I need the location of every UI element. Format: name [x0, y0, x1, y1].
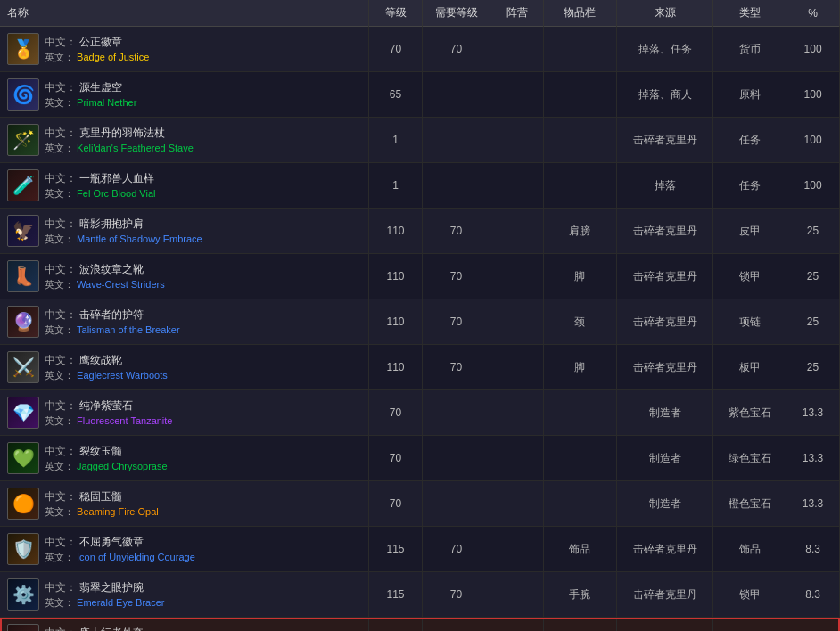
table-row[interactable]: 🏅 中文： 公正徽章 英文： Badge of Justice 70 70 掉落…: [0, 27, 840, 72]
item-cn-name: 中文： 废土行者外套: [45, 626, 159, 632]
item-en-name: 英文： Talisman of the Breaker: [45, 324, 180, 337]
item-pct: 25: [786, 345, 840, 390]
en-label: 英文：: [45, 552, 74, 562]
item-name-cell: 🟠 中文： 稳固玉髓 英文： Beaming Fire Opal: [0, 481, 369, 527]
item-icon-glyph: 🔮: [12, 311, 35, 332]
cn-label: 中文：: [45, 399, 77, 412]
item-name-cell: 🏅 中文： 公正徽章 英文： Badge of Justice: [0, 27, 369, 72]
item-slot: [544, 481, 617, 527]
item-slot: [544, 27, 617, 72]
item-slot: 颈: [544, 299, 617, 345]
cn-name-text: 翡翠之眼护腕: [79, 581, 144, 594]
table-row[interactable]: 🪄 中文： 克里丹的羽饰法杖 英文： Keli'dan's Feathered …: [0, 118, 840, 163]
item-type: 板甲: [713, 345, 786, 390]
en-name-text: Fel Orc Blood Vial: [77, 188, 155, 199]
item-source: 击碎者克里丹: [616, 254, 713, 299]
cn-label: 中文：: [45, 627, 77, 632]
item-icon-glyph: 👢: [12, 266, 35, 287]
en-name-text: Primal Nether: [77, 97, 136, 108]
en-name-text: Badge of Justice: [77, 52, 149, 62]
item-source: 掉落、商人: [616, 72, 713, 118]
en-label: 英文：: [45, 415, 74, 426]
table-row[interactable]: 🌀 中文： 源生虚空 英文： Primal Nether 65 掉落、商人 原料: [0, 72, 840, 118]
item-level: 70: [369, 27, 423, 72]
item-cn-name: 中文： 源生虚空: [45, 80, 136, 95]
item-name-cell: 🌀 中文： 源生虚空 英文： Primal Nether: [0, 72, 369, 118]
table-row[interactable]: ⚔️ 中文： 鹰纹战靴 英文： Eaglecrest Warboots 110 …: [0, 345, 840, 390]
en-name-text: Icon of Unyielding Courage: [77, 552, 195, 562]
cn-name-text: 不屈勇气徽章: [79, 536, 144, 548]
col-header-type: 类型: [713, 0, 786, 27]
item-source: 制造者: [616, 390, 713, 436]
en-label: 英文：: [45, 279, 74, 290]
item-icon: 🌀: [7, 78, 39, 111]
cn-name-text: 源生虚空: [79, 81, 122, 94]
item-cn-name: 中文： 纯净紫萤石: [45, 398, 172, 414]
main-table-container: 名称 等级 需要等级 阵营 物品栏 来源 类型 % 🏅 中文： 公正徽章: [0, 0, 840, 631]
table-row[interactable]: 🔮 中文： 击碎者的护符 英文： Talisman of the Breaker…: [0, 299, 840, 345]
table-row[interactable]: ⚙️ 中文： 翡翠之眼护腕 英文： Emerald Eye Bracer 115…: [0, 572, 840, 618]
item-level: 110: [369, 209, 423, 254]
item-name-cell: 💎 中文： 纯净紫萤石 英文： Fluorescent Tanzanite: [0, 390, 369, 436]
en-name-text: Keli'dan's Feathered Stave: [77, 143, 194, 153]
item-slot: 脚: [544, 254, 617, 299]
item-icon: ⚔️: [7, 351, 39, 383]
item-raid: [490, 436, 544, 481]
item-pct: 8.3: [786, 572, 840, 618]
item-pct: 25: [786, 209, 840, 254]
col-header-raid: 阵营: [490, 0, 544, 27]
item-cn-name: 中文： 克里丹的羽饰法杖: [45, 126, 194, 141]
item-cn-name: 中文： 鹰纹战靴: [45, 353, 168, 368]
item-type: 锁甲: [713, 254, 786, 299]
cn-label: 中文：: [45, 354, 77, 366]
item-type: 任务: [713, 163, 786, 209]
item-source: 制造者: [616, 436, 713, 481]
table-row[interactable]: 👕 中文： 废土行者外套 英文： Wastewalker Tunic 115 7…: [0, 618, 840, 632]
item-cn-name: 中文： 一瓶邪兽人血样: [45, 171, 156, 186]
col-header-req-level: 需要等级: [422, 0, 490, 27]
item-en-name: 英文： Eaglecrest Warboots: [45, 369, 168, 382]
item-icon-glyph: 💎: [12, 402, 35, 423]
item-source: 击碎者克里丹: [616, 209, 713, 254]
item-en-name: 英文： Jagged Chrysoprase: [45, 460, 168, 473]
table-row[interactable]: 💎 中文： 纯净紫萤石 英文： Fluorescent Tanzanite 70…: [0, 390, 840, 436]
item-text-block: 中文： 纯净紫萤石 英文： Fluorescent Tanzanite: [45, 398, 172, 428]
item-name-cell: 👕 中文： 废土行者外套 英文： Wastewalker Tunic: [0, 618, 369, 632]
table-row[interactable]: 👢 中文： 波浪纹章之靴 英文： Wave-Crest Striders 110…: [0, 254, 840, 299]
item-name-cell: 💚 中文： 裂纹玉髓 英文： Jagged Chrysoprase: [0, 436, 369, 481]
item-name-cell: 👢 中文： 波浪纹章之靴 英文： Wave-Crest Striders: [0, 254, 369, 299]
en-name-text: Talisman of the Breaker: [77, 324, 180, 335]
table-row[interactable]: 💚 中文： 裂纹玉髓 英文： Jagged Chrysoprase 70 制造者: [0, 436, 840, 481]
item-cn-name: 中文： 击碎者的护符: [45, 307, 180, 323]
item-pct: 100: [786, 72, 840, 118]
table-row[interactable]: 🛡️ 中文： 不屈勇气徽章 英文： Icon of Unyielding Cou…: [0, 527, 840, 572]
item-type: 饰品: [713, 527, 786, 572]
item-level: 1: [369, 163, 423, 209]
item-name-cell: 🛡️ 中文： 不屈勇气徽章 英文： Icon of Unyielding Cou…: [0, 527, 369, 572]
item-slot: 胸: [544, 618, 617, 632]
cn-label: 中文：: [45, 490, 77, 503]
item-name-cell: 🦅 中文： 暗影拥抱护肩 英文： Mantle of Shadowy Embra…: [0, 209, 369, 254]
en-label: 英文：: [45, 97, 74, 108]
item-text-block: 中文： 暗影拥抱护肩 英文： Mantle of Shadowy Embrace: [45, 217, 202, 246]
item-text-block: 中文： 克里丹的羽饰法杖 英文： Keli'dan's Feathered St…: [45, 126, 194, 155]
en-label: 英文：: [45, 143, 74, 153]
table-row[interactable]: 🦅 中文： 暗影拥抱护肩 英文： Mantle of Shadowy Embra…: [0, 209, 840, 254]
cn-name-text: 击碎者的护符: [79, 308, 144, 321]
table-row[interactable]: 🟠 中文： 稳固玉髓 英文： Beaming Fire Opal 70 制造者 …: [0, 481, 840, 527]
cn-label: 中文：: [45, 172, 77, 184]
item-source: 击碎者克里丹: [616, 299, 713, 345]
item-slot: [544, 118, 617, 163]
item-req-level: 70: [422, 345, 490, 390]
cn-name-text: 克里丹的羽饰法杖: [79, 127, 165, 139]
item-pct: 25: [786, 299, 840, 345]
table-row[interactable]: 🧪 中文： 一瓶邪兽人血样 英文： Fel Orc Blood Vial 1 掉…: [0, 163, 840, 209]
item-text-block: 中文： 鹰纹战靴 英文： Eaglecrest Warboots: [45, 353, 168, 382]
item-text-block: 中文： 一瓶邪兽人血样 英文： Fel Orc Blood Vial: [45, 171, 156, 201]
cn-name-text: 稳固玉髓: [79, 490, 122, 503]
item-source: 掉落、任务: [616, 27, 713, 72]
item-source: 击碎者克里丹: [616, 345, 713, 390]
col-header-source: 来源: [616, 0, 713, 27]
en-label: 英文：: [45, 370, 74, 381]
item-raid: [490, 390, 544, 436]
